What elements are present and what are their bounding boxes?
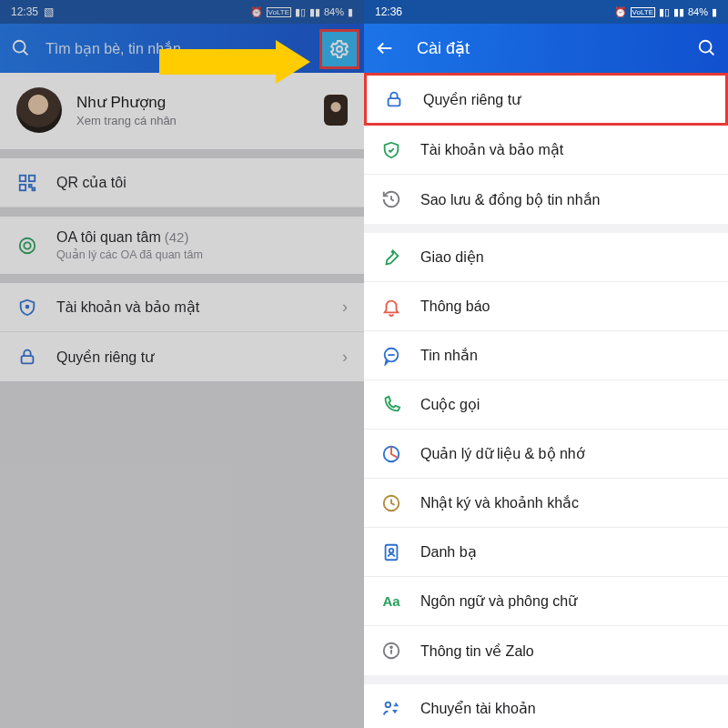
svg-point-8 [20, 238, 35, 253]
svg-rect-3 [20, 175, 25, 180]
search-input[interactable]: Tìm bạn bè, tin nhắn... [46, 40, 353, 57]
calls-item[interactable]: Cuộc gọi [364, 380, 728, 430]
svg-point-10 [26, 305, 29, 308]
search-header: Tìm bạn bè, tin nhắn... [0, 24, 364, 73]
diary-item[interactable]: Nhật ký và khoảnh khắc [364, 479, 728, 528]
shield-icon [16, 297, 38, 318]
svg-point-25 [386, 702, 391, 707]
privacy-item-highlighted[interactable]: Quyền riêng tư [364, 73, 728, 126]
qr-icon [16, 172, 38, 194]
item-label: Sao lưu & đồng bộ tin nhắn [420, 191, 712, 208]
chevron-right-icon: › [342, 348, 348, 367]
contacts-item[interactable]: Danh bạ [364, 528, 728, 577]
phone-screen-profile: 12:35 ▧ ⏰ VoLTE ▮▯ ▮▮ 84% ▮ Tìm bạn bè, … [0, 0, 364, 728]
language-icon: Aa [380, 591, 402, 612]
svg-point-9 [24, 242, 30, 248]
battery-text: 84% [688, 6, 708, 17]
message-icon [380, 345, 402, 367]
item-label: Ngôn ngữ và phông chữ [420, 592, 712, 610]
history-icon [380, 188, 402, 210]
item-label: Thông báo [420, 298, 712, 315]
lock-icon [383, 88, 405, 110]
phone-icon [380, 394, 402, 416]
profile-name: Như Phượng [76, 93, 324, 112]
signal-icon: ▮▮ [673, 6, 684, 18]
item-subtitle: Quản lý các OA đã quan tâm [56, 248, 348, 261]
security-item[interactable]: Tài khoản và bảo mật [364, 126, 728, 175]
item-label: Nhật ký và khoảnh khắc [420, 494, 712, 511]
signal-icon: ▮▯ [659, 6, 670, 18]
data-item[interactable]: Quản lý dữ liệu & bộ nhớ [364, 430, 728, 479]
battery-icon: ▮ [712, 6, 717, 18]
clock-icon [380, 492, 402, 514]
mini-avatar-icon[interactable] [324, 95, 348, 126]
svg-point-0 [14, 41, 25, 53]
svg-rect-11 [22, 356, 34, 363]
privacy-item[interactable]: Quyền riêng tư › [0, 332, 364, 381]
qr-item[interactable]: QR của tôi [0, 158, 364, 207]
item-label: Danh bạ [420, 543, 712, 561]
svg-point-21 [389, 548, 394, 552]
oa-icon [16, 235, 38, 257]
item-label: QR của tôi [56, 174, 348, 191]
item-label: Thông tin về Zalo [420, 642, 712, 660]
chevron-right-icon: › [342, 298, 348, 317]
status-time: 12:36 [375, 5, 402, 18]
profile-subtitle: Xem trang cá nhân [76, 114, 324, 127]
status-bar: 12:36 ⏰ VoLTE ▮▯ ▮▮ 84% ▮ [364, 0, 728, 24]
item-label: Quản lý dữ liệu & bộ nhớ [420, 445, 712, 462]
svg-point-13 [700, 41, 712, 53]
shield-check-icon [380, 139, 402, 161]
svg-point-24 [390, 646, 392, 648]
settings-button-highlighted[interactable] [319, 29, 359, 69]
item-label: Quyền riêng tư [423, 91, 709, 108]
item-label: Tin nhắn [420, 347, 712, 364]
oa-count: (42) [165, 229, 189, 245]
profile-content: Như Phượng Xem trang cá nhân QR của tôi … [0, 73, 364, 381]
lock-icon [16, 346, 38, 368]
profile-row[interactable]: Như Phượng Xem trang cá nhân [0, 73, 364, 149]
item-label: Quyền riêng tư [56, 349, 342, 366]
settings-list: Quyền riêng tư Tài khoản và bảo mật Sao … [364, 73, 728, 728]
backup-item[interactable]: Sao lưu & đồng bộ tin nhắn [364, 175, 728, 224]
switch-account-item[interactable]: Chuyển tài khoản [364, 684, 728, 728]
svg-rect-6 [29, 184, 32, 187]
about-item[interactable]: Thông tin về Zalo [364, 626, 728, 675]
signal-icon: ▮▯ [295, 6, 306, 18]
search-icon[interactable] [697, 38, 717, 58]
gear-icon [329, 38, 350, 60]
theme-item[interactable]: Giao diện [364, 233, 728, 282]
language-item[interactable]: Aa Ngôn ngữ và phông chữ [364, 577, 728, 626]
battery-text: 84% [324, 6, 344, 17]
svg-rect-7 [33, 187, 35, 190]
brush-icon [380, 247, 402, 268]
item-label: Cuộc gọi [420, 396, 712, 413]
volte-icon: VoLTE [267, 7, 291, 17]
info-icon [380, 640, 402, 662]
search-icon[interactable] [11, 38, 31, 58]
settings-header: Cài đặt [364, 24, 728, 73]
svg-line-1 [24, 51, 28, 56]
battery-icon: ▮ [348, 6, 353, 18]
item-label: Chuyển tài khoản [420, 700, 712, 717]
alarm-icon: ⏰ [614, 6, 627, 18]
svg-rect-5 [20, 184, 25, 189]
security-item[interactable]: Tài khoản và bảo mật › [0, 283, 364, 332]
avatar [16, 87, 62, 133]
messages-item[interactable]: Tin nhắn [364, 331, 728, 380]
svg-rect-4 [29, 175, 35, 180]
item-label: Tài khoản và bảo mật [420, 141, 712, 158]
svg-line-14 [710, 51, 714, 56]
status-bar: 12:35 ▧ ⏰ VoLTE ▮▯ ▮▮ 84% ▮ [0, 0, 364, 24]
status-time: 12:35 [11, 5, 38, 18]
item-label: OA tôi quan tâm [56, 229, 161, 245]
svg-rect-15 [389, 98, 400, 106]
oa-item[interactable]: OA tôi quan tâm(42) Quản lý các OA đã qu… [0, 217, 364, 274]
pie-icon [380, 443, 402, 465]
notification-item[interactable]: Thông báo [364, 282, 728, 331]
back-icon[interactable] [375, 38, 395, 58]
signal-icon: ▮▮ [309, 6, 320, 18]
item-label: Giao diện [420, 248, 712, 266]
item-label: Tài khoản và bảo mật [56, 298, 342, 316]
alarm-icon: ⏰ [250, 6, 263, 18]
